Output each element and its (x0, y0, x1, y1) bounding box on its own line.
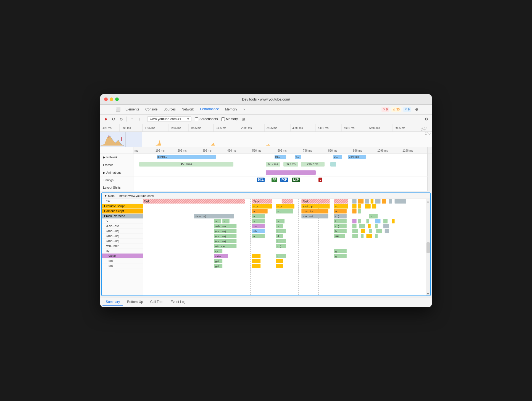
close-button[interactable] (104, 97, 108, 101)
devtools-window: DevTools - www.youtube.com/ ⋮⋮ ⬜ Element… (100, 94, 432, 307)
svg-text:696 ms: 696 ms (278, 149, 287, 152)
tab-more[interactable]: » (240, 106, 248, 113)
svg-text:V: V (277, 220, 279, 223)
frames-label: Frames (100, 161, 133, 169)
inspect-icon[interactable]: ⋮⋮ (102, 106, 114, 113)
flame-label-get1: get (102, 258, 143, 263)
network-timeline-row: ▶ Network identifi... gui... v... C... G… (100, 154, 432, 161)
info-badge[interactable]: ✕ 6 (403, 107, 411, 112)
svg-rect-60 (365, 199, 369, 204)
svg-text:5996 ms: 5996 ms (395, 126, 405, 130)
minimize-button[interactable] (110, 97, 113, 101)
network-label: ▶ Network (100, 154, 133, 161)
svg-text:T...: T... (335, 200, 339, 203)
svg-rect-173 (376, 229, 382, 233)
svg-rect-62 (375, 199, 380, 204)
flame-label-ade: a.de...ate (102, 224, 143, 229)
dcl-badge: DCL (257, 178, 265, 182)
gear-settings-button[interactable]: ⚙ (423, 116, 430, 122)
svg-rect-176 (361, 234, 364, 238)
error-icon: ✕ (383, 108, 385, 111)
l-badge: L (318, 178, 322, 182)
tab-call-tree[interactable]: Call Tree (147, 298, 167, 306)
svg-rect-154 (276, 259, 283, 263)
settings-icon[interactable]: ⚙ (413, 106, 420, 113)
tab-bottom-up[interactable]: Bottom-Up (124, 298, 146, 306)
timeline-container: 496 ms 996 ms 1196 ms 1496 ms 1996 ms 24… (100, 124, 432, 147)
svg-text:3996 ms: 3996 ms (292, 126, 303, 130)
clear-button[interactable]: ⊘ (118, 116, 125, 122)
anim-expand-icon[interactable]: ▶ (103, 171, 105, 175)
timings-row-content: DCL FP FCP LCP L (133, 176, 427, 184)
screenshots-label: Screenshots (199, 117, 218, 121)
svg-text:S: S (277, 225, 279, 228)
svg-rect-162 (375, 219, 380, 223)
svg-text:896 ms: 896 ms (328, 149, 337, 152)
tab-summary[interactable]: Summary (102, 298, 123, 306)
svg-text:1096 ms: 1096 ms (377, 149, 388, 152)
svg-text:R...: R... (254, 215, 257, 218)
svg-text:e...: e... (254, 235, 257, 238)
svg-text:(...): (...) (335, 215, 339, 218)
animations-timeline-row: ▶ Animations (100, 169, 432, 176)
extra-settings-icon[interactable]: ⊞ (240, 116, 247, 122)
scrollbar-thumb[interactable] (426, 242, 430, 253)
scrollbar-up[interactable]: ▲ (427, 200, 430, 203)
flame-label-task: Task (102, 199, 143, 204)
reload-button[interactable]: ↺ (110, 116, 117, 122)
record-button[interactable]: ● (102, 116, 109, 122)
svg-text:Task: Task (144, 200, 150, 203)
device-icon[interactable]: ⬜ (114, 106, 122, 113)
timings-timeline-row: Timings DCL FP FCP LCP L (100, 176, 432, 184)
screenshots-checkbox[interactable] (195, 117, 198, 121)
more-options-icon[interactable]: ⋮ (422, 106, 430, 113)
tab-sources[interactable]: Sources (161, 106, 178, 113)
svg-rect-170 (352, 229, 358, 233)
error-count: 8 (386, 108, 388, 111)
flame-content: Task Evaluate Script Compile Script Prof… (102, 199, 430, 296)
svg-text:1496 ms: 1496 ms (170, 126, 181, 130)
svg-rect-157 (252, 264, 260, 268)
tab-performance[interactable]: Performance (197, 105, 222, 113)
expand-icon[interactable]: ▶ (103, 155, 105, 159)
warning-badge[interactable]: ⚠ 30 (391, 107, 401, 112)
svg-rect-61 (371, 199, 373, 204)
tab-event-log[interactable]: Event Log (167, 298, 189, 306)
svg-text:1196 ms: 1196 ms (144, 126, 155, 130)
memory-label: Memory (226, 117, 238, 121)
svg-text:196 ms: 196 ms (156, 149, 165, 152)
fcp-badge: FCP (280, 178, 288, 182)
url-selector[interactable]: www.youtube.com #1 ▾ (147, 116, 191, 122)
svg-text:(...): (...) (335, 225, 339, 228)
flame-label-evaluate: Evaluate Script (102, 204, 143, 209)
svg-text:R...: R... (335, 210, 339, 213)
svg-text:d: d (277, 235, 279, 238)
tab-console[interactable]: Console (143, 106, 160, 113)
svg-text:996 ms: 996 ms (353, 149, 362, 152)
download-button[interactable]: ↓ (136, 116, 143, 122)
svg-text:(...): (...) (277, 245, 281, 248)
flame-chart-canvas[interactable]: Task Task T... Task T... (143, 199, 426, 296)
tab-network[interactable]: Network (179, 106, 197, 113)
scrollbar-down[interactable]: ▼ (427, 292, 430, 296)
svg-text:g...: g... (335, 250, 339, 253)
svg-text:4996 ms: 4996 ms (344, 126, 354, 130)
net-item-5: Generatel (348, 155, 366, 159)
maximize-button[interactable] (115, 97, 119, 101)
frame-bar-2: 66.7 ms (266, 162, 280, 167)
screenshots-checkbox-group: Screenshots (195, 117, 218, 121)
upload-button[interactable]: ↑ (129, 116, 135, 122)
svg-text:996 ms: 996 ms (122, 126, 131, 130)
timeline-rows: ms 196 ms 296 ms 396 ms 496 ms 596 ms 69… (100, 147, 432, 191)
tab-memory[interactable]: Memory (222, 106, 240, 113)
warning-count: 30 (396, 108, 400, 111)
tab-elements[interactable]: Elements (123, 106, 142, 113)
svg-rect-175 (352, 234, 358, 238)
svg-rect-58 (352, 199, 356, 204)
flame-label-v: V (102, 219, 143, 224)
memory-checkbox[interactable] (221, 117, 225, 121)
error-badge[interactable]: ✕ 8 (381, 107, 389, 112)
traffic-lights (104, 97, 119, 101)
svg-rect-168 (375, 224, 378, 228)
tab-bar: ⋮⋮ ⬜ Elements Console Sources Network Pe… (100, 105, 432, 115)
